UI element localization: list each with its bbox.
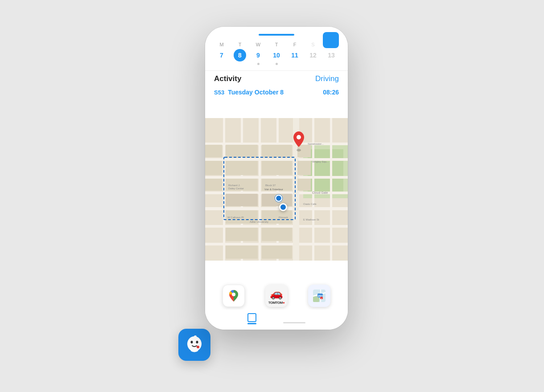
day-col-fri[interactable]: F 11 bbox=[287, 42, 302, 65]
svg-text:Sweetwater...: Sweetwater... bbox=[308, 143, 324, 145]
calendar-icon-button[interactable] bbox=[323, 32, 339, 48]
day-number-sat[interactable]: 12 bbox=[307, 49, 319, 61]
svg-rect-20 bbox=[330, 118, 332, 261]
svg-text:Adler University: Adler University bbox=[250, 220, 268, 223]
svg-text:Block 37: Block 37 bbox=[265, 184, 276, 187]
trip-id: S53 bbox=[214, 89, 224, 96]
svg-rect-41 bbox=[205, 179, 222, 191]
apple-maps-app-icon[interactable]: 260 A bbox=[308, 285, 330, 307]
svg-text:Wrigley Squ...: Wrigley Squ... bbox=[312, 160, 329, 163]
day-letter-sat: S bbox=[311, 42, 314, 47]
top-bar bbox=[205, 27, 348, 40]
map-svg: Richard J. Daley Center Block 37 Voir & … bbox=[205, 98, 348, 281]
svg-text:W Calhoun Pl: W Calhoun Pl bbox=[227, 216, 244, 219]
scene: M 7 T 8 W 9 T bbox=[178, 13, 366, 379]
trip-date: Tuesday October 8 bbox=[228, 89, 323, 96]
svg-text:Richard J.: Richard J. bbox=[228, 184, 240, 187]
phone-screen: M 7 T 8 W 9 T bbox=[205, 27, 348, 330]
day-number-mon[interactable]: 7 bbox=[215, 49, 228, 61]
day-number-fri[interactable]: 11 bbox=[288, 49, 301, 61]
svg-rect-37 bbox=[297, 161, 311, 175]
svg-text:Voir & l'interleur: Voir & l'interleur bbox=[264, 188, 283, 191]
day-col-sat[interactable]: S 12 bbox=[305, 42, 321, 65]
svg-text:Oasis Cafe: Oasis Cafe bbox=[303, 203, 317, 205]
day-number-tue[interactable]: 8 bbox=[234, 49, 246, 61]
svg-point-47 bbox=[297, 135, 301, 139]
day-number-wed[interactable]: 9 bbox=[252, 49, 264, 61]
svg-rect-33 bbox=[262, 245, 292, 259]
day-dot-wed bbox=[257, 63, 260, 65]
nav-active-indicator bbox=[247, 323, 256, 324]
svg-rect-38 bbox=[297, 179, 311, 191]
svg-rect-30 bbox=[226, 228, 258, 241]
tomtom-label: TOMTOM● bbox=[268, 301, 285, 305]
svg-text:Daley Center: Daley Center bbox=[228, 187, 244, 190]
tomtom-app-icon[interactable]: 🚗 TOMTOM● bbox=[265, 285, 288, 307]
svg-rect-34 bbox=[226, 145, 258, 157]
google-maps-app-icon[interactable] bbox=[223, 285, 245, 307]
day-number-sun[interactable]: 13 bbox=[325, 49, 338, 61]
day-number-thu[interactable]: 10 bbox=[270, 49, 283, 61]
map-area[interactable]: Richard J. Daley Center Block 37 Voir & … bbox=[205, 98, 348, 281]
svg-point-2 bbox=[196, 341, 198, 343]
drag-handle bbox=[259, 34, 294, 36]
trip-time: 08:26 bbox=[323, 89, 339, 96]
svg-point-1 bbox=[191, 341, 193, 343]
svg-rect-16 bbox=[259, 118, 261, 261]
svg-rect-32 bbox=[226, 245, 258, 259]
day-letter-thu: T bbox=[275, 42, 278, 47]
day-letter-fri: F bbox=[293, 42, 297, 47]
nav-inactive-bar bbox=[283, 322, 305, 323]
day-letter-wed: W bbox=[256, 42, 260, 47]
svg-rect-40 bbox=[205, 161, 222, 175]
day-headers: M 7 T 8 W 9 T bbox=[214, 42, 339, 65]
home-nav-button[interactable] bbox=[247, 313, 256, 324]
phone-shell: M 7 T 8 W 9 T bbox=[205, 27, 348, 330]
floating-apps bbox=[178, 329, 210, 361]
svg-text:Primark: Primark bbox=[279, 216, 288, 219]
day-col-tue[interactable]: T 8 bbox=[232, 42, 247, 65]
day-letter-tue: T bbox=[239, 42, 242, 47]
svg-point-60 bbox=[232, 293, 235, 296]
waze-app-icon[interactable] bbox=[178, 329, 210, 361]
svg-rect-31 bbox=[262, 228, 292, 241]
svg-point-46 bbox=[297, 149, 301, 151]
svg-rect-35 bbox=[262, 145, 292, 157]
driving-tab[interactable]: Driving bbox=[315, 74, 339, 83]
svg-text:Cloud Gate: Cloud Gate bbox=[312, 191, 328, 194]
svg-text:E Madison St: E Madison St bbox=[303, 218, 319, 221]
svg-rect-19 bbox=[312, 118, 314, 261]
svg-rect-39 bbox=[205, 145, 222, 157]
home-square-icon bbox=[247, 313, 256, 322]
section-header: Activity Driving bbox=[205, 70, 348, 86]
day-col-thu[interactable]: T 10 bbox=[269, 42, 284, 65]
svg-rect-24 bbox=[226, 194, 258, 206]
svg-point-0 bbox=[187, 336, 202, 351]
bottom-nav-bar bbox=[205, 310, 348, 330]
day-col-wed[interactable]: W 9 bbox=[251, 42, 266, 65]
svg-point-3 bbox=[197, 346, 199, 348]
tomtom-car-icon: 🚗 bbox=[270, 287, 283, 300]
day-col-mon[interactable]: M 7 bbox=[214, 42, 229, 65]
day-dot-thu bbox=[276, 63, 278, 65]
svg-rect-25 bbox=[262, 161, 292, 175]
activity-tab[interactable]: Activity bbox=[214, 74, 241, 83]
day-letter-mon: M bbox=[219, 42, 223, 47]
svg-point-44 bbox=[276, 196, 281, 200]
bottom-apps-bar: 🚗 TOMTOM● bbox=[205, 281, 348, 310]
trip-row[interactable]: S53 Tuesday October 8 08:26 bbox=[205, 86, 348, 98]
svg-rect-22 bbox=[226, 161, 258, 175]
